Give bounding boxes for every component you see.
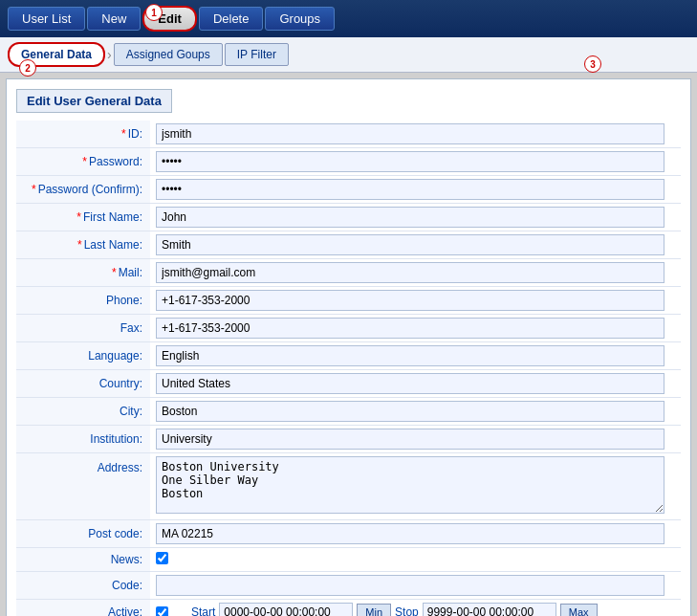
- mail-label: *Mail:: [16, 259, 150, 287]
- address-cell: Boston University One Silber Way Boston: [150, 453, 681, 520]
- mail-cell: [150, 259, 681, 287]
- table-row: Country:: [16, 370, 681, 398]
- groups-button[interactable]: Groups: [265, 7, 335, 31]
- country-cell: [150, 370, 681, 398]
- main-content: Edit User General Data *ID: *Password:: [6, 78, 691, 616]
- table-row: *Password (Confirm):: [16, 176, 681, 204]
- table-row: Language:: [16, 342, 681, 370]
- phone-cell: [150, 287, 681, 315]
- table-row: News:: [16, 548, 681, 572]
- code-cell: [150, 572, 681, 600]
- language-cell: [150, 342, 681, 370]
- table-row: Post code:: [16, 520, 681, 548]
- news-cell: [150, 548, 681, 572]
- fax-cell: [150, 315, 681, 342]
- tab-assigned-groups[interactable]: Assigned Goups: [114, 43, 223, 66]
- table-row: Institution:: [16, 426, 681, 453]
- password-confirm-cell: [150, 176, 681, 204]
- news-checkbox[interactable]: [156, 552, 168, 564]
- password-confirm-field[interactable]: [156, 179, 664, 200]
- min-button[interactable]: Min: [357, 604, 391, 616]
- city-label: City:: [16, 398, 150, 426]
- start-date-field[interactable]: [219, 603, 353, 616]
- table-row: Address: Boston University One Silber Wa…: [16, 453, 681, 520]
- country-field[interactable]: [156, 373, 664, 394]
- tab-ip-filter[interactable]: IP Filter: [225, 43, 289, 66]
- active-checkbox[interactable]: [156, 606, 168, 617]
- table-row: *Password:: [16, 148, 681, 176]
- sub-navigation: 2 General Data › Assigned Goups IP Filte…: [0, 37, 697, 73]
- user-list-button[interactable]: User List: [8, 7, 85, 31]
- first-name-field[interactable]: [156, 207, 664, 228]
- institution-label: Institution:: [16, 426, 150, 453]
- start-label: Start: [191, 605, 215, 616]
- last-name-label: *Last Name:: [16, 231, 150, 259]
- stop-date-field[interactable]: [423, 603, 556, 616]
- table-row: Phone:: [16, 287, 681, 315]
- active-cell: Start Min Stop Max: [150, 600, 681, 617]
- table-row: Fax:: [16, 315, 681, 342]
- phone-field[interactable]: [156, 290, 664, 311]
- language-field[interactable]: [156, 345, 664, 366]
- table-row: City:: [16, 398, 681, 426]
- mail-field[interactable]: [156, 262, 664, 283]
- fax-label: Fax:: [16, 315, 150, 342]
- table-row: *First Name:: [16, 204, 681, 231]
- last-name-field[interactable]: [156, 234, 664, 255]
- postcode-label: Post code:: [16, 520, 150, 548]
- country-label: Country:: [16, 370, 150, 398]
- first-name-cell: [150, 204, 681, 231]
- postcode-cell: [150, 520, 681, 548]
- table-row: *Mail:: [16, 259, 681, 287]
- last-name-cell: [150, 231, 681, 259]
- postcode-field[interactable]: [156, 523, 664, 544]
- stop-label: Stop: [395, 605, 419, 616]
- institution-cell: [150, 426, 681, 453]
- news-label: News:: [16, 548, 150, 572]
- password-confirm-label: *Password (Confirm):: [16, 176, 150, 204]
- institution-field[interactable]: [156, 429, 664, 450]
- password-field[interactable]: [156, 151, 664, 172]
- id-field[interactable]: [156, 123, 664, 144]
- new-button[interactable]: New: [87, 7, 141, 31]
- active-label: Active:: [16, 600, 150, 617]
- phone-label: Phone:: [16, 287, 150, 315]
- table-row: *ID:: [16, 121, 681, 148]
- address-label: Address:: [16, 453, 150, 520]
- top-navigation: User List New Edit Delete Groups 1: [0, 0, 697, 37]
- language-label: Language:: [16, 342, 150, 370]
- fax-field[interactable]: [156, 318, 664, 339]
- password-label: *Password:: [16, 148, 150, 176]
- address-field[interactable]: Boston University One Silber Way Boston: [156, 456, 664, 514]
- first-name-label: *First Name:: [16, 204, 150, 231]
- delete-button[interactable]: Delete: [199, 7, 264, 31]
- table-row: *Last Name:: [16, 231, 681, 259]
- max-button[interactable]: Max: [560, 604, 598, 616]
- table-row: Active: Start Min Stop Max: [16, 600, 681, 617]
- password-cell: [150, 148, 681, 176]
- code-label: Code:: [16, 572, 150, 600]
- code-field[interactable]: [156, 575, 664, 596]
- section-title: Edit User General Data: [16, 89, 172, 113]
- table-row: Code:: [16, 572, 681, 600]
- city-cell: [150, 398, 681, 426]
- form-table: *ID: *Password: *Password (Confirm):: [16, 121, 681, 616]
- city-field[interactable]: [156, 401, 664, 422]
- id-cell: [150, 121, 681, 148]
- id-label: *ID:: [16, 121, 150, 148]
